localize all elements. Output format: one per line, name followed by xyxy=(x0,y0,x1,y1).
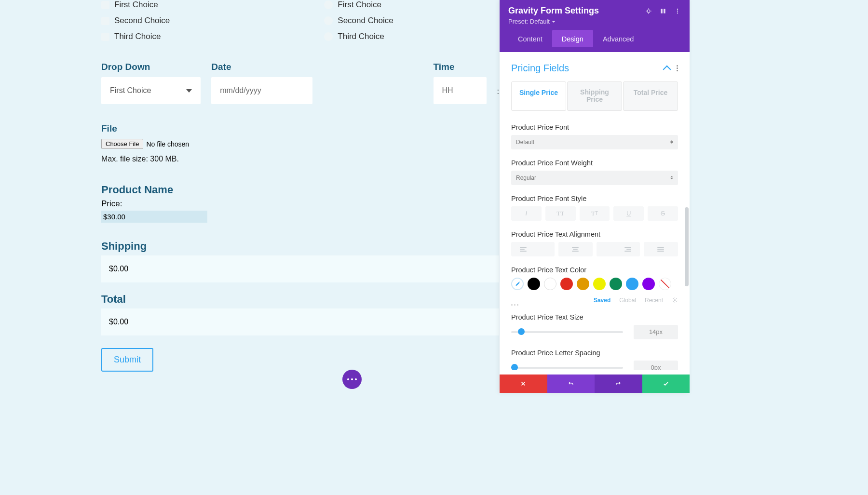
chevron-down-icon xyxy=(552,21,556,23)
select-arrows-icon xyxy=(670,140,673,144)
font-weight-value: Regular xyxy=(516,174,536,181)
svg-rect-0 xyxy=(661,9,663,13)
preset-selector[interactable]: Preset: Default xyxy=(508,18,681,25)
product-price-value: $30.00 xyxy=(101,211,207,223)
swatch-transparent[interactable] xyxy=(659,278,671,290)
dot-icon xyxy=(355,378,357,380)
redo-button[interactable] xyxy=(595,375,642,393)
subtab-single-price[interactable]: Single Price xyxy=(511,81,566,111)
gear-icon[interactable] xyxy=(672,297,678,303)
swatch[interactable] xyxy=(593,278,606,290)
radio-icon xyxy=(324,16,333,25)
check-icon xyxy=(663,380,669,387)
shipping-label: Shipping xyxy=(101,240,499,253)
tab-advanced[interactable]: Advanced xyxy=(593,30,644,47)
slider-thumb-icon xyxy=(518,328,525,335)
undo-button[interactable] xyxy=(547,375,595,393)
file-label: File xyxy=(101,123,499,134)
submit-button[interactable]: Submit xyxy=(101,348,153,372)
radio-item[interactable]: Third Choice xyxy=(324,32,393,41)
align-left-button[interactable] xyxy=(511,242,555,256)
radio-item[interactable]: Second Choice xyxy=(324,16,393,26)
tab-content[interactable]: Content xyxy=(508,30,552,47)
swatch[interactable] xyxy=(577,278,589,290)
text-size-slider[interactable] xyxy=(511,331,623,333)
checkbox-item[interactable]: Third Choice xyxy=(101,32,170,41)
align-justify-button[interactable] xyxy=(644,242,678,256)
uppercase-button[interactable]: TT xyxy=(545,206,576,221)
radio-item[interactable]: First Choice xyxy=(324,0,393,10)
total-value: $0.00 xyxy=(109,318,128,326)
checkbox-icon xyxy=(101,17,109,25)
cancel-button[interactable] xyxy=(500,375,547,393)
letter-spacing-slider[interactable] xyxy=(511,367,623,369)
swatch[interactable] xyxy=(544,278,556,290)
chevron-up-icon xyxy=(663,65,671,73)
subtab-shipping-price[interactable]: Shipping Price xyxy=(567,81,622,111)
checkbox-group: First Choice Second Choice Third Choice xyxy=(101,0,170,41)
checkbox-icon xyxy=(101,33,109,41)
pricing-fields-section-header[interactable]: Pricing Fields xyxy=(511,63,678,74)
time-colon: : xyxy=(497,78,499,105)
italic-button[interactable]: I xyxy=(511,206,542,221)
dropdown-value: First Choice xyxy=(110,86,151,95)
choose-file-button[interactable]: Choose File xyxy=(101,139,143,149)
slider-thumb-icon xyxy=(511,364,518,370)
subtab-total-price[interactable]: Total Price xyxy=(623,81,678,111)
date-input[interactable]: mm/dd/yyyy xyxy=(211,77,312,104)
palette-global[interactable]: Global xyxy=(619,297,636,304)
swatch[interactable] xyxy=(560,278,573,290)
checkbox-item[interactable]: First Choice xyxy=(101,0,170,10)
font-label: Product Price Font xyxy=(511,123,678,131)
font-select[interactable]: Default xyxy=(511,135,678,149)
file-help-text: Max. file size: 300 MB. xyxy=(101,155,499,163)
swatch[interactable] xyxy=(610,278,622,290)
more-vertical-icon[interactable] xyxy=(677,65,678,71)
palette-recent[interactable]: Recent xyxy=(645,297,663,304)
radio-label: Second Choice xyxy=(338,16,393,26)
target-icon[interactable] xyxy=(645,8,652,14)
radio-label: Third Choice xyxy=(338,32,384,41)
swatch[interactable] xyxy=(528,278,540,290)
palette-saved[interactable]: Saved xyxy=(594,297,610,304)
smallcaps-button[interactable]: TT xyxy=(580,206,610,221)
save-button[interactable] xyxy=(642,375,690,393)
dropdown-select[interactable]: First Choice xyxy=(101,77,201,104)
time-hh-input[interactable]: HH xyxy=(434,77,487,104)
text-size-control: 14px xyxy=(511,325,678,339)
text-size-value[interactable]: 14px xyxy=(634,325,678,339)
align-right-button[interactable] xyxy=(597,242,640,256)
text-align-label: Product Price Text Alignment xyxy=(511,230,678,238)
tab-design[interactable]: Design xyxy=(552,30,593,47)
more-vertical-icon[interactable] xyxy=(674,8,681,14)
date-placeholder: mm/dd/yyyy xyxy=(220,86,261,95)
select-arrows-icon xyxy=(670,176,673,179)
product-price-label: Price: xyxy=(101,199,499,209)
underline-button[interactable]: U xyxy=(613,206,644,221)
swatch[interactable] xyxy=(642,278,655,290)
align-center-button[interactable] xyxy=(558,242,593,256)
checkbox-item[interactable]: Second Choice xyxy=(101,16,170,26)
strikethrough-button[interactable]: S xyxy=(648,206,678,221)
more-swatches-button[interactable] xyxy=(511,304,518,306)
text-color-label: Product Price Text Color xyxy=(511,266,678,274)
columns-icon[interactable] xyxy=(660,8,666,14)
palette-tabs: Saved Global Recent xyxy=(594,297,678,304)
file-field: File Choose File No file chosen Max. fil… xyxy=(101,123,499,163)
dropdown-label: Drop Down xyxy=(101,62,201,72)
color-picker-button[interactable] xyxy=(511,278,524,290)
svg-point-3 xyxy=(677,10,678,11)
panel-body: Pricing Fields Single Price Shipping Pri… xyxy=(500,52,690,370)
font-weight-select[interactable]: Regular xyxy=(511,171,678,185)
panel-action-bar xyxy=(500,375,690,393)
swatch[interactable] xyxy=(626,278,638,290)
font-style-label: Product Price Font Style xyxy=(511,195,678,202)
letter-spacing-value[interactable]: 0px xyxy=(634,361,678,370)
font-weight-label: Product Price Font Weight xyxy=(511,159,678,167)
checkbox-label: Third Choice xyxy=(114,32,161,41)
panel-header-icons xyxy=(645,8,681,14)
panel-scrollbar[interactable] xyxy=(685,207,689,286)
module-options-fab[interactable] xyxy=(342,370,362,389)
radio-group: First Choice Second Choice Third Choice xyxy=(324,0,393,41)
file-control: Choose File No file chosen xyxy=(101,139,499,149)
